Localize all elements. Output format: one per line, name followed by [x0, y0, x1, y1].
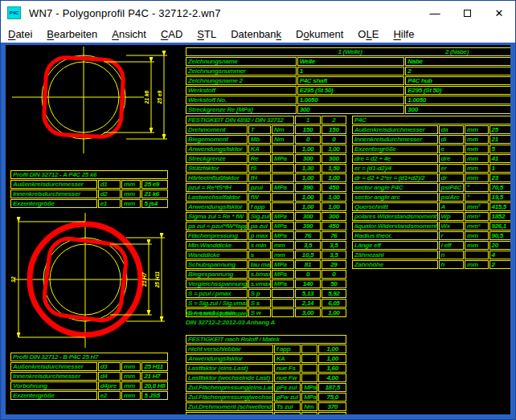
- cell-symbol: d1: [98, 180, 121, 189]
- cell-label: Biegemoment: [186, 135, 248, 144]
- menu-item-text: Datenban: [231, 28, 276, 40]
- cell-unit: mm³: [465, 212, 488, 221]
- table-row: Lastwechselfaktor fW 1,00 1,00: [186, 193, 346, 202]
- cell-value-2: P4C hub: [405, 76, 510, 85]
- profil-a-table: Profil DIN 32712 - A P4C 25 k6 Außenkrei…: [10, 169, 169, 209]
- menu-item[interactable]: Bearbeiten: [39, 28, 104, 40]
- cell-value: 70,5: [489, 183, 511, 192]
- menu-item[interactable]: Datei: [1, 28, 39, 40]
- cell-symbol: e: [439, 145, 464, 153]
- cell-value-1: 300: [295, 154, 320, 163]
- menu-item[interactable]: OLE: [350, 28, 386, 40]
- maximize-button[interactable]: [451, 1, 483, 25]
- minimize-button[interactable]: —: [419, 1, 451, 25]
- cell-value-1: 10,5: [295, 251, 320, 259]
- table-row: Anwendungsfaktor f app 1,00 1,00: [186, 202, 346, 211]
- cell-value-2: 300: [321, 154, 346, 163]
- table-row: sector angle arc psiArc ° 19,5: [352, 193, 510, 202]
- cell-symbol: d4pre: [98, 381, 121, 390]
- cell-symbol: da: [439, 125, 464, 134]
- menu-item-text: O: [358, 28, 366, 40]
- cell-value-1: 300: [295, 212, 320, 221]
- table-row: S = pzul / pmax S p 5,13 5,92: [186, 289, 346, 298]
- cell-value-2: 1.0050: [405, 96, 510, 104]
- cell-unit: [272, 202, 294, 211]
- table-row: Zeichnungsname Welle Nabe: [186, 57, 510, 66]
- cell-symbol: f app: [274, 345, 301, 353]
- table-row: Querschnitt A mm² 415,5: [352, 202, 510, 211]
- menu-item-accelerator: k: [276, 28, 282, 40]
- table-row: Schubspannung tau max MPa 81 29: [186, 260, 346, 269]
- cell-symbol: psiP4C: [439, 183, 464, 192]
- cell-unit: mm: [465, 125, 488, 134]
- table-row: Radius theor. r mm 90,5: [352, 231, 510, 240]
- cell-symbol: e2: [98, 391, 121, 400]
- cell-unit: mm: [121, 190, 141, 198]
- cell-value-2: 300: [321, 212, 346, 221]
- cell-value-2: 76: [321, 231, 346, 240]
- table-title: Profil DIN 32712 - A P4C 25 k6: [10, 170, 168, 179]
- table-header-row: Profil DIN 32712 - A P4C 25 k6: [10, 170, 168, 179]
- cell-value: 370: [318, 402, 346, 411]
- cell-label: Lastfaktor (eins.Last): [186, 364, 273, 373]
- cell-unit: [465, 251, 488, 259]
- cell-symbol: S p: [248, 289, 271, 298]
- cell-symbol: T: [248, 125, 271, 134]
- table-row: Vorbohrung d4pre mm 20,8 H8: [10, 381, 168, 390]
- window-controls: — ✕: [419, 1, 515, 25]
- cell-label: Zul.Flächenpressung(wechselnd): [186, 393, 273, 402]
- cell-label: Wanddicke: [186, 251, 248, 259]
- cell-symbol: pFw zul: [274, 393, 301, 402]
- cell-label: Querschnitt: [352, 202, 438, 211]
- cell-value: 21: [489, 135, 511, 144]
- cell-unit: MPa: [272, 260, 294, 269]
- menu-item[interactable]: STL: [190, 28, 223, 40]
- table-row: Innenkreisdurchmesser d2 mm 21 k6: [10, 190, 168, 198]
- cell-label: Lastfaktor (wechselnde Last): [186, 373, 273, 382]
- cell-unit: mm: [465, 173, 488, 182]
- menu-item-text: AD: [168, 28, 182, 40]
- drawing-canvas: 21 k6 25 e9: [6, 45, 510, 414]
- cell-value-2: 1,00: [321, 173, 346, 182]
- table-row: Lastfaktor (eins.Last) nue Fs 1,60: [186, 364, 346, 373]
- cell-label: Innenkreisdurchmesser: [352, 135, 438, 144]
- table-row: Außenkreisdurchmesser d3 mm 25 H11: [10, 362, 168, 371]
- menu-item[interactable]: Datenbank: [223, 28, 289, 40]
- app-window: P4C WN7 - Polygonprofil P4C - 32712-2.wn…: [0, 0, 516, 420]
- table-row: dre = d2 + 4e dre mm 41: [352, 154, 510, 163]
- cell-label: Drehmoment: [186, 125, 248, 134]
- cell-label: sector angle arc: [352, 193, 438, 202]
- table-row: Vergleichsspannung s.vmax MPa 140 50: [186, 279, 346, 288]
- menu-item[interactable]: Hilfe: [386, 28, 421, 40]
- cell-label: Radius theor.: [352, 231, 438, 240]
- menu-item[interactable]: CAD: [154, 28, 190, 40]
- cell-value-2: 1,00: [321, 145, 346, 153]
- cell-symbol: h: [439, 260, 464, 269]
- table-header-row: FESTIGKEIT DIN 6892 / DIN 32712 1 2: [186, 116, 346, 124]
- cell-label: pzul = Re*fS*fH: [186, 183, 248, 192]
- note-line-1: Berechnungsbeispiel: [186, 309, 275, 318]
- cell-unit: MPa: [272, 222, 294, 230]
- cell-label: Exzentergröße: [352, 145, 438, 153]
- cell-value-2: Nabe: [405, 57, 510, 66]
- title-bar[interactable]: P4C WN7 - Polygonprofil P4C - 32712-2.wn…: [1, 1, 515, 25]
- table-row: dr = d2 + 2*er = (d1+d2)/2 dr mm 23: [352, 173, 510, 182]
- cell-label: Zul.Drehmoment (wechselnd): [186, 412, 273, 414]
- cell-value-1: 3,00: [295, 308, 320, 317]
- p4c-table: P4C Außenkreisdurchmesser da mm 25: [351, 115, 510, 270]
- cell-value-2: 1,50: [321, 164, 346, 173]
- menu-item-text: kument: [309, 28, 344, 40]
- cell-value-1: 2,14: [295, 299, 320, 308]
- cell-label: Vorbohrung: [10, 381, 97, 390]
- close-button[interactable]: ✕: [483, 1, 515, 25]
- cell-symbol: s.bmax: [248, 270, 271, 279]
- close-icon: ✕: [495, 7, 504, 19]
- cell-symbol: d4: [98, 372, 121, 381]
- cell-symbol: d2: [98, 190, 121, 198]
- cell-value-1: 1,00: [295, 173, 320, 182]
- cell-symbol: Re: [248, 154, 271, 163]
- cell-value-2: 6,05: [321, 299, 346, 308]
- cell-unit: mm: [465, 231, 488, 240]
- menu-item[interactable]: Dokument: [289, 28, 350, 40]
- menu-item[interactable]: Ansicht: [104, 28, 154, 40]
